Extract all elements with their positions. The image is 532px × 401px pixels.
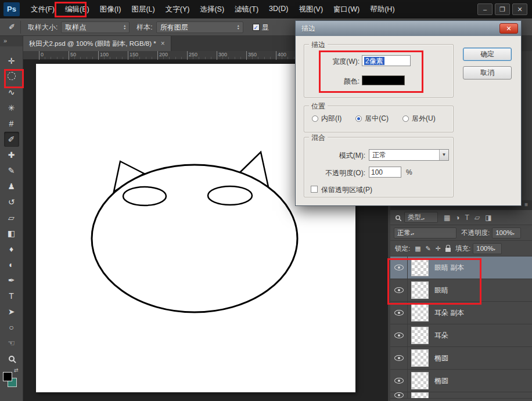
sample-layers-select[interactable]: 所有图层 ▴▾ <box>156 21 243 33</box>
dodge-tool[interactable]: ◐ <box>4 257 19 272</box>
preserve-transparency-label: 保留透明区域(P) <box>321 185 414 195</box>
quick-selection-tool[interactable]: ✳ <box>4 100 19 115</box>
crop-tool[interactable]: # <box>4 116 19 131</box>
menu-3d[interactable]: 3D(D) <box>264 1 293 18</box>
layer-thumbnail[interactable] <box>411 372 429 389</box>
position-radio-outside[interactable]: 居外(U) <box>402 114 436 124</box>
menu-filter[interactable]: 滤镜(T) <box>229 1 264 18</box>
history-brush-tool[interactable]: ↺ <box>4 194 19 209</box>
filter-type-layers-icon[interactable]: T <box>465 214 469 222</box>
menu-type[interactable]: 文字(Y) <box>160 1 195 18</box>
type-tool-tool[interactable]: T <box>4 288 19 304</box>
filter-shape-layers-icon[interactable]: ▱ <box>475 214 480 222</box>
lock-image-pixels-icon[interactable]: ✎ <box>426 245 431 252</box>
hand-tool[interactable]: ☜ <box>4 335 19 351</box>
layer-thumbnail[interactable] <box>411 304 429 321</box>
menu-edit[interactable]: 编辑(E) <box>60 1 95 18</box>
active-tool-icon[interactable]: ✐ <box>3 21 21 34</box>
layer-visibility-toggle[interactable] <box>390 302 408 324</box>
layer-name: 耳朵 副本 <box>434 308 464 318</box>
ruler-tick-label: 300 <box>218 52 227 57</box>
zoom-tool[interactable] <box>4 351 19 366</box>
brush-tool[interactable]: ✎ <box>4 163 19 178</box>
menu-select[interactable]: 选择(S) <box>195 1 229 18</box>
eyedropper-tool[interactable]: ✐ <box>4 132 19 147</box>
lasso-tool[interactable]: ∿ <box>4 85 19 100</box>
gradient-tool[interactable]: ◧ <box>4 226 19 241</box>
layer-thumbnail[interactable] <box>411 259 429 276</box>
layer-row-6[interactable]: 椭圆 <box>390 370 532 392</box>
mode-select[interactable]: 正常 ▼ <box>369 149 449 161</box>
ruler-tick-label: 200 <box>159 52 168 57</box>
layer-thumbnail[interactable] <box>411 281 429 299</box>
width-input[interactable]: 2像素 <box>362 55 411 66</box>
dialog-title[interactable]: 描边 <box>296 21 521 36</box>
clone-stamp-tool[interactable]: ♟ <box>4 179 19 194</box>
layer-row-7[interactable] <box>390 392 532 399</box>
minimize-button[interactable]: – <box>477 3 493 15</box>
lock-position-icon[interactable]: ✛ <box>436 245 441 252</box>
layer-visibility-toggle[interactable] <box>390 324 408 346</box>
dialog-close-button[interactable]: ✕ <box>499 23 518 34</box>
eraser-tool[interactable]: ▱ <box>4 210 19 225</box>
layer-row-3[interactable]: 耳朵 副本 <box>390 302 532 324</box>
lock-transparent-pixels-icon[interactable]: ▦ <box>415 245 420 252</box>
opacity-select[interactable]: 100% ▾ <box>492 227 521 239</box>
layer-row-2[interactable]: 眼睛 <box>390 279 532 302</box>
filter-pixel-layers-icon[interactable]: ▦ <box>444 214 450 222</box>
close-button[interactable]: ✕ <box>512 3 527 15</box>
swap-colors-icon[interactable]: ⇄ <box>14 367 19 373</box>
sample-layers-value: 所有图层 <box>160 23 188 32</box>
healing-brush-tool[interactable]: ✚ <box>4 147 19 162</box>
sample-label: 样本: <box>136 23 152 32</box>
blur-tool[interactable]: ♦ <box>4 241 19 257</box>
pen-tool[interactable]: ✒ <box>4 273 19 288</box>
chevron-down-icon: ▾ <box>513 229 515 236</box>
layer-row-5[interactable]: 椭圆 <box>390 347 532 370</box>
dialog-opacity-input[interactable]: 100 <box>369 167 401 178</box>
sample-size-select[interactable]: 取样点 ▴▾ <box>61 21 130 33</box>
toolbar-collapse-button[interactable]: » <box>0 36 23 46</box>
cancel-button[interactable]: 取消 <box>463 66 512 80</box>
menu-window[interactable]: 窗口(W) <box>328 1 365 18</box>
menu-layer[interactable]: 图层(L) <box>126 1 160 18</box>
layer-visibility-toggle[interactable] <box>390 347 408 369</box>
layer-name: 椭圆 <box>434 353 448 363</box>
layer-visibility-toggle[interactable] <box>390 370 408 392</box>
position-radio-inside[interactable]: 内部(I) <box>312 114 342 124</box>
fill-select[interactable]: 100% ▾ <box>473 243 502 254</box>
filter-adjustment-layers-icon[interactable]: ◑ <box>455 214 459 222</box>
layer-row-4[interactable]: 耳朵 <box>390 324 532 347</box>
layer-visibility-toggle[interactable] <box>390 392 408 398</box>
menu-image[interactable]: 图像(I) <box>95 1 127 18</box>
lock-all-icon[interactable] <box>445 248 451 252</box>
ellipse-shape-tool[interactable]: ○ <box>4 320 19 335</box>
show-sampling-ring-checkbox[interactable]: ✓ 显 <box>253 23 269 32</box>
position-radio-center[interactable]: 居中(C) <box>355 114 389 124</box>
layer-thumbnail[interactable] <box>411 349 429 367</box>
stroke-color-swatch[interactable] <box>362 75 405 85</box>
menu-file[interactable]: 文件(F) <box>26 1 60 18</box>
layer-visibility-toggle[interactable] <box>390 279 408 301</box>
blend-mode-select[interactable]: 正常 ▴▾ <box>394 227 456 239</box>
elliptical-marquee-tool[interactable] <box>4 69 19 84</box>
filter-smart-objects-icon[interactable]: ◨ <box>485 214 491 222</box>
filter-type-select[interactable]: 类型 ▴▾ <box>404 212 438 223</box>
preserve-transparency-checkbox[interactable] <box>311 186 318 193</box>
panel-menu-icon[interactable]: ≡ <box>524 201 529 208</box>
layer-visibility-toggle[interactable] <box>390 257 408 279</box>
foreground-color-swatch[interactable] <box>3 372 12 381</box>
move-tool[interactable]: ✛ <box>4 53 19 68</box>
ruler-tick-label: 50 <box>70 52 76 57</box>
layer-row-1[interactable]: 眼睛 副本 <box>390 257 532 279</box>
ok-button[interactable]: 确定 <box>463 48 512 61</box>
document-tab[interactable]: 秋田犬2.psd @ 100% (眼睛 副本, RGB/8) * × <box>23 36 171 51</box>
path-selection-tool[interactable]: ➤ <box>4 304 19 319</box>
show-label: 显 <box>262 23 269 32</box>
maximize-button[interactable]: ❐ <box>495 3 510 15</box>
menu-view[interactable]: 视图(V) <box>293 1 328 18</box>
tab-close-icon[interactable]: × <box>161 39 165 48</box>
menu-help[interactable]: 帮助(H) <box>365 1 400 18</box>
layer-thumbnail[interactable] <box>411 327 429 344</box>
layer-thumbnail[interactable] <box>411 392 429 399</box>
